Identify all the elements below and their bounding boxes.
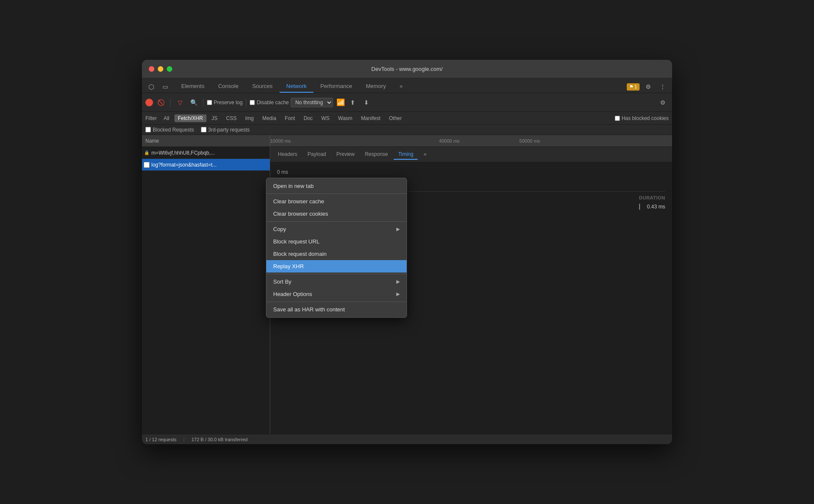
main-content: Name 10000 ms 40000 ms 50000 ms 🔒 m=Wt6v… (142, 135, 672, 434)
tab-preview[interactable]: Preview (332, 149, 359, 160)
tab-response[interactable]: Response (360, 149, 392, 160)
tab-network[interactable]: Network (280, 80, 314, 93)
upload-icon[interactable]: ⬆ (347, 97, 359, 108)
wifi-icon: 📶 (336, 98, 345, 106)
minimize-button[interactable] (158, 66, 163, 72)
split-container: 🔒 m=Wt6vjf,hhhU8,FCpbqb,... log?format=j… (142, 147, 672, 434)
cm-clear-cookies[interactable]: Clear browser cookies (266, 208, 407, 220)
type-btn-wasm[interactable]: Wasm (335, 114, 356, 122)
type-btn-font[interactable]: Font (281, 114, 298, 122)
tab-performance[interactable]: Performance (313, 80, 359, 93)
cursor-icon[interactable]: ⬡ (145, 81, 157, 93)
cm-open-tab[interactable]: Open in new tab (266, 180, 407, 192)
cm-sort-arrow: ▶ (396, 279, 400, 284)
table-row[interactable]: log?format=json&hasfast=t... (142, 159, 270, 171)
queueing-value: 0.43 ms (647, 204, 665, 210)
settings-icon[interactable]: ⚙ (642, 81, 654, 93)
detail-tabs: Headers Payload Preview Response Timing … (270, 147, 672, 162)
type-btn-ws[interactable]: WS (318, 114, 333, 122)
disable-cache-checkbox[interactable] (250, 100, 255, 105)
tab-console[interactable]: Console (211, 80, 245, 93)
row1-name[interactable]: 🔒 m=Wt6vjf,hhhU8,FCpbqb,... (142, 147, 270, 158)
cm-sort-by[interactable]: Sort By ▶ (266, 275, 407, 288)
cm-sep-4 (266, 302, 407, 302)
third-party-checkbox[interactable] (201, 127, 206, 132)
blocked-requests-row: Blocked Requests 3rd-party requests (142, 125, 672, 135)
type-btn-fetchxhr[interactable]: Fetch/XHR (174, 114, 206, 122)
device-icon[interactable]: ▭ (159, 81, 171, 93)
has-blocked-cookies-checkbox[interactable] (615, 116, 620, 121)
cm-block-url[interactable]: Block request URL (266, 235, 407, 248)
timeline-marker-3: 50000 ms (519, 138, 540, 144)
has-blocked-cookies-toggle[interactable]: Has blocked cookies (615, 115, 669, 121)
type-btn-js[interactable]: JS (208, 114, 221, 122)
type-btn-manifest[interactable]: Manifest (357, 114, 383, 122)
cm-sep-2 (266, 221, 407, 222)
tab-sources[interactable]: Sources (245, 80, 280, 93)
blocked-requests-checkbox[interactable] (145, 127, 151, 132)
preserve-log-toggle[interactable]: Preserve log (207, 100, 242, 105)
more-icon[interactable]: ⋮ (657, 81, 669, 93)
blocked-requests-toggle[interactable]: Blocked Requests (145, 127, 194, 133)
cm-copy[interactable]: Copy ▶ (266, 223, 407, 235)
traffic-lights (149, 66, 172, 72)
type-btn-other[interactable]: Other (386, 114, 405, 122)
tab-bar: ⬡ ▭ Elements Console Sources Network Per… (142, 78, 672, 93)
status-transfer: 172 B / 30.0 kB transferred (192, 437, 248, 442)
type-btn-img[interactable]: Img (242, 114, 257, 122)
tab-memory[interactable]: Memory (359, 80, 393, 93)
maximize-button[interactable] (167, 66, 172, 72)
tab-detail-more[interactable]: » (419, 149, 431, 160)
tab-headers[interactable]: Headers (274, 149, 301, 160)
status-requests: 1 / 12 requests (145, 437, 177, 442)
tab-timing[interactable]: Timing (394, 149, 418, 160)
search-icon[interactable]: 🔍 (188, 97, 200, 108)
timeline-marker-1: 10000 ms (270, 138, 291, 144)
timeline-marker-2: 40000 ms (439, 138, 460, 144)
cm-block-domain[interactable]: Block request domain (266, 248, 407, 260)
type-filter-bar: Filter All Fetch/XHR JS CSS Img Media Fo… (142, 112, 672, 125)
record-button[interactable] (145, 99, 153, 106)
third-party-toggle[interactable]: 3rd-party requests (201, 127, 250, 133)
cm-clear-cache[interactable]: Clear browser cache (266, 195, 407, 208)
cm-replay-xhr[interactable]: Replay XHR (266, 260, 407, 273)
type-btn-css[interactable]: CSS (223, 114, 240, 122)
disable-cache-toggle[interactable]: Disable cache (250, 100, 289, 105)
timeline-track: 10000 ms 40000 ms 50000 ms (270, 135, 672, 147)
network-gear-icon[interactable]: ⚙ (657, 97, 669, 108)
timing-started: 0 ms (277, 169, 665, 175)
preserve-log-checkbox[interactable] (207, 100, 212, 105)
queueing-bar (639, 204, 640, 210)
download-icon[interactable]: ⬇ (360, 97, 372, 108)
lock-icon: 🔒 (144, 150, 150, 156)
cm-sep-3 (266, 274, 407, 274)
timeline-header: Name 10000 ms 40000 ms 50000 ms (142, 135, 672, 147)
type-btn-media[interactable]: Media (259, 114, 280, 122)
no-entry-icon[interactable]: 🚫 (155, 97, 167, 108)
badge-button[interactable]: ⚑1 (627, 83, 640, 91)
type-btn-all[interactable]: All (160, 114, 173, 122)
network-list[interactable]: 🔒 m=Wt6vjf,hhhU8,FCpbqb,... log?format=j… (142, 147, 270, 434)
throttle-select[interactable]: No throttling (291, 98, 333, 107)
cm-copy-arrow: ▶ (396, 226, 400, 232)
name-column-header: Name (142, 135, 270, 147)
cm-save-har[interactable]: Save all as HAR with content (266, 303, 407, 316)
status-bar: 1 / 12 requests | 172 B / 30.0 kB transf… (142, 434, 672, 444)
table-row[interactable]: 🔒 m=Wt6vjf,hhhU8,FCpbqb,... (142, 147, 270, 159)
cm-header-arrow: ▶ (396, 291, 400, 297)
row2-checkbox[interactable] (144, 162, 150, 168)
tab-payload[interactable]: Payload (303, 149, 330, 160)
type-btn-doc[interactable]: Doc (300, 114, 316, 122)
window-title: DevTools - www.google.com/ (372, 66, 443, 72)
row2-name[interactable]: log?format=json&hasfast=t... (142, 159, 270, 170)
network-toolbar: 🚫 ▽ 🔍 Preserve log Disable cache No thro… (142, 93, 672, 112)
tab-elements[interactable]: Elements (174, 80, 211, 93)
funnel-icon[interactable]: ▽ (174, 97, 186, 108)
tab-more[interactable]: » (393, 80, 410, 93)
title-bar: DevTools - www.google.com/ (142, 60, 672, 78)
context-menu: Open in new tab Clear browser cache Clea… (266, 178, 407, 318)
cm-header-options[interactable]: Header Options ▶ (266, 288, 407, 300)
left-panel: 🔒 m=Wt6vjf,hhhU8,FCpbqb,... log?format=j… (142, 147, 270, 434)
close-button[interactable] (149, 66, 154, 72)
filter-label: Filter (145, 115, 157, 121)
